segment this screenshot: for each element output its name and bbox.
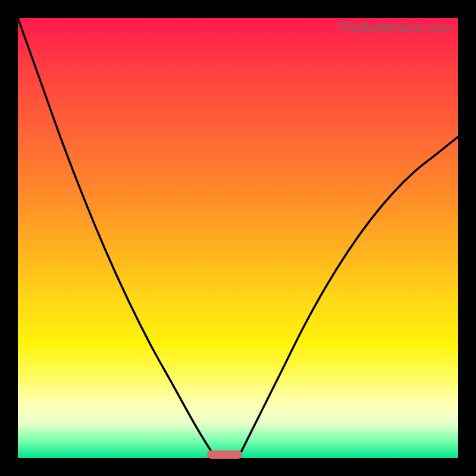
plot-area: TheBottleneck.com xyxy=(18,18,458,458)
chart-frame: TheBottleneck.com xyxy=(0,0,476,476)
curves-svg xyxy=(18,18,458,458)
left-curve-path xyxy=(18,18,216,458)
right-curve-path xyxy=(238,137,458,458)
bottleneck-marker xyxy=(207,450,242,459)
